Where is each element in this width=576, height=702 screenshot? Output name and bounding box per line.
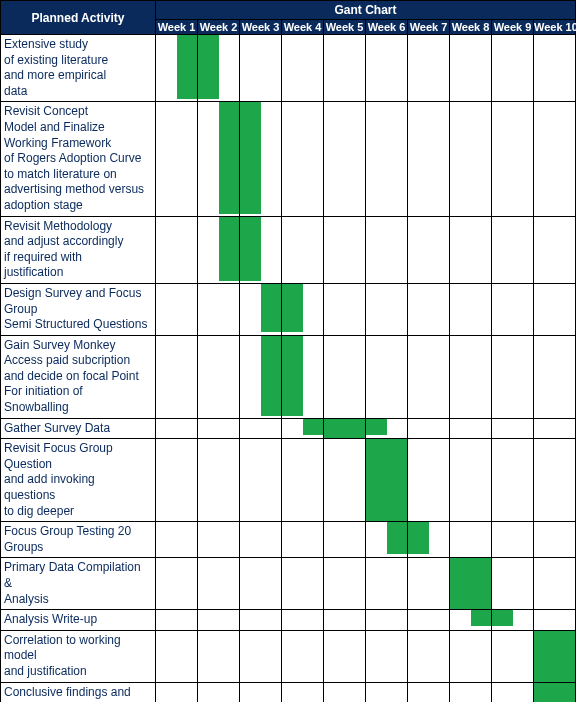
activity-cell: Revisit Methodology and adjust according… <box>1 216 156 283</box>
table-row: Design Survey and Focus Group Semi Struc… <box>1 283 576 335</box>
table-row: Revisit Methodology and adjust according… <box>1 216 576 283</box>
week-cell <box>156 216 198 283</box>
week-cell <box>450 682 492 702</box>
table-row: Correlation to working model and justifi… <box>1 630 576 682</box>
week-cell <box>492 283 534 335</box>
week-cell <box>450 418 492 439</box>
week-header-7: Week 7 <box>408 20 450 35</box>
week-cell <box>408 558 450 610</box>
week-cell <box>534 35 576 102</box>
week-cell <box>282 283 324 335</box>
week-cell <box>282 35 324 102</box>
week-cell <box>534 682 576 702</box>
week-cell <box>366 630 408 682</box>
week-cell <box>198 522 240 558</box>
week-cell <box>198 630 240 682</box>
week-cell <box>492 335 534 418</box>
week-cell <box>450 630 492 682</box>
chart-title: Gant Chart <box>156 1 576 20</box>
week-header-10: Week 10 <box>534 20 576 35</box>
week-header-4: Week 4 <box>282 20 324 35</box>
activity-cell: Gather Survey Data <box>1 418 156 439</box>
week-cell <box>240 630 282 682</box>
week-header-5: Week 5 <box>324 20 366 35</box>
week-cell <box>240 682 282 702</box>
week-cell <box>324 335 366 418</box>
table-row: Focus Group Testing 20 Groups <box>1 522 576 558</box>
table-row: Analysis Write-up <box>1 610 576 631</box>
week-cell <box>282 102 324 216</box>
week-cell <box>198 35 240 102</box>
gantt-chart: Planned Activity Gant Chart Week 1Week 2… <box>0 0 576 702</box>
week-cell <box>156 35 198 102</box>
week-cell <box>492 216 534 283</box>
table-row: Revisit Focus Group Question and add inv… <box>1 439 576 522</box>
week-cell <box>450 283 492 335</box>
week-cell <box>366 682 408 702</box>
table-row: Primary Data Compilation & Analysis <box>1 558 576 610</box>
week-cell <box>282 418 324 439</box>
week-cell <box>534 335 576 418</box>
week-header-9: Week 9 <box>492 20 534 35</box>
week-cell <box>282 335 324 418</box>
week-cell <box>366 283 408 335</box>
week-cell <box>198 216 240 283</box>
week-cell <box>156 630 198 682</box>
activity-cell: Primary Data Compilation & Analysis <box>1 558 156 610</box>
week-cell <box>534 439 576 522</box>
week-cell <box>282 216 324 283</box>
table-row: Extensive study of existing literature a… <box>1 35 576 102</box>
week-cell <box>408 102 450 216</box>
week-cell <box>366 35 408 102</box>
week-cell <box>156 335 198 418</box>
week-cell <box>156 102 198 216</box>
activity-header: Planned Activity <box>1 1 156 35</box>
week-cell <box>240 610 282 631</box>
week-cell <box>408 610 450 631</box>
week-cell <box>156 418 198 439</box>
week-cell <box>240 522 282 558</box>
week-cell <box>366 439 408 522</box>
activity-cell: Design Survey and Focus Group Semi Struc… <box>1 283 156 335</box>
week-cell <box>492 522 534 558</box>
table-row: Revisit Concept Model and Finalize Worki… <box>1 102 576 216</box>
week-cell <box>156 610 198 631</box>
week-cell <box>282 439 324 522</box>
week-cell <box>240 335 282 418</box>
week-cell <box>408 682 450 702</box>
week-cell <box>366 418 408 439</box>
week-cell <box>198 418 240 439</box>
week-cell <box>198 439 240 522</box>
week-cell <box>240 35 282 102</box>
activity-cell: Focus Group Testing 20 Groups <box>1 522 156 558</box>
week-cell <box>408 335 450 418</box>
week-cell <box>366 335 408 418</box>
week-cell <box>240 283 282 335</box>
week-cell <box>198 682 240 702</box>
week-cell <box>324 216 366 283</box>
week-cell <box>492 439 534 522</box>
week-cell <box>408 522 450 558</box>
week-cell <box>450 335 492 418</box>
activity-cell: Revisit Concept Model and Finalize Worki… <box>1 102 156 216</box>
week-cell <box>324 558 366 610</box>
week-cell <box>240 216 282 283</box>
week-cell <box>240 102 282 216</box>
week-cell <box>198 610 240 631</box>
week-cell <box>366 102 408 216</box>
week-cell <box>240 418 282 439</box>
week-cell <box>492 610 534 631</box>
week-cell <box>324 439 366 522</box>
week-cell <box>156 439 198 522</box>
week-header-3: Week 3 <box>240 20 282 35</box>
week-cell <box>324 610 366 631</box>
week-cell <box>156 522 198 558</box>
week-cell <box>534 216 576 283</box>
week-cell <box>324 418 366 439</box>
week-cell <box>324 630 366 682</box>
week-cell <box>366 558 408 610</box>
week-cell <box>366 610 408 631</box>
week-cell <box>324 283 366 335</box>
week-cell <box>366 216 408 283</box>
week-cell <box>198 558 240 610</box>
